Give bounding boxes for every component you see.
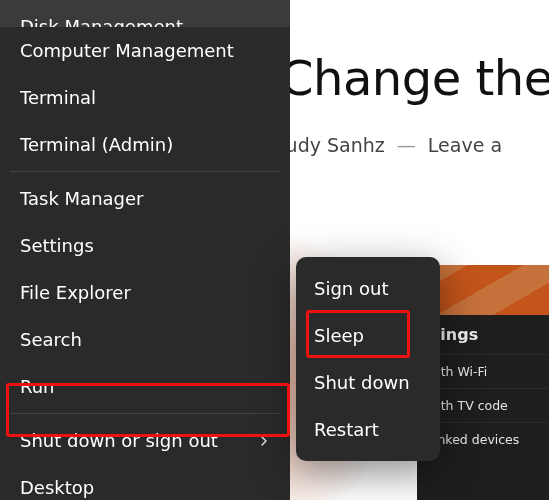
submenu-item-restart[interactable]: Restart (296, 406, 440, 453)
byline-separator: — (397, 134, 416, 156)
menu-item-label: Terminal (20, 87, 96, 108)
menu-item-computer-management[interactable]: Computer Management (0, 27, 290, 74)
submenu-item-label: Sign out (314, 278, 388, 299)
chevron-right-icon (258, 435, 270, 447)
article-author: Judy Sanhz (280, 134, 385, 156)
menu-item-run[interactable]: Run (0, 363, 290, 410)
menu-item-label: Search (20, 329, 82, 350)
menu-item-label: Disk Management (20, 16, 183, 27)
menu-item-label: Run (20, 376, 55, 397)
menu-separator (10, 171, 280, 172)
menu-item-terminal-admin[interactable]: Terminal (Admin) (0, 121, 290, 168)
article-byline: Judy Sanhz — Leave a (280, 134, 549, 156)
menu-item-terminal[interactable]: Terminal (0, 74, 290, 121)
menu-item-label: Computer Management (20, 40, 234, 61)
menu-item-label: Terminal (Admin) (20, 134, 173, 155)
background-panel-row-label: Linked devices (427, 432, 519, 447)
submenu-item-shut-down[interactable]: Shut down (296, 359, 440, 406)
menu-item-disk-management[interactable]: Disk Management (0, 0, 290, 27)
menu-item-search[interactable]: Search (0, 316, 290, 363)
article-leave-comment: Leave a (428, 134, 502, 156)
menu-item-label: Task Manager (20, 188, 143, 209)
menu-item-label: Settings (20, 235, 94, 256)
menu-item-label: Shut down or sign out (20, 430, 218, 451)
submenu-item-label: Shut down (314, 372, 410, 393)
menu-item-label: Desktop (20, 477, 94, 498)
submenu-item-label: Restart (314, 419, 379, 440)
menu-item-desktop[interactable]: Desktop (0, 464, 290, 500)
article-title: Change the (280, 50, 549, 106)
submenu-item-sign-out[interactable]: Sign out (296, 265, 440, 312)
submenu-item-label: Sleep (314, 325, 364, 346)
menu-separator (10, 413, 280, 414)
menu-item-file-explorer[interactable]: File Explorer (0, 269, 290, 316)
menu-item-label: File Explorer (20, 282, 131, 303)
menu-item-task-manager[interactable]: Task Manager (0, 175, 290, 222)
winx-context-menu: Disk Management Computer Management Term… (0, 0, 290, 500)
menu-item-shut-down-or-sign-out[interactable]: Shut down or sign out (0, 417, 290, 464)
shutdown-submenu: Sign out Sleep Shut down Restart (296, 257, 440, 461)
submenu-item-sleep[interactable]: Sleep (296, 312, 440, 359)
menu-item-settings[interactable]: Settings (0, 222, 290, 269)
